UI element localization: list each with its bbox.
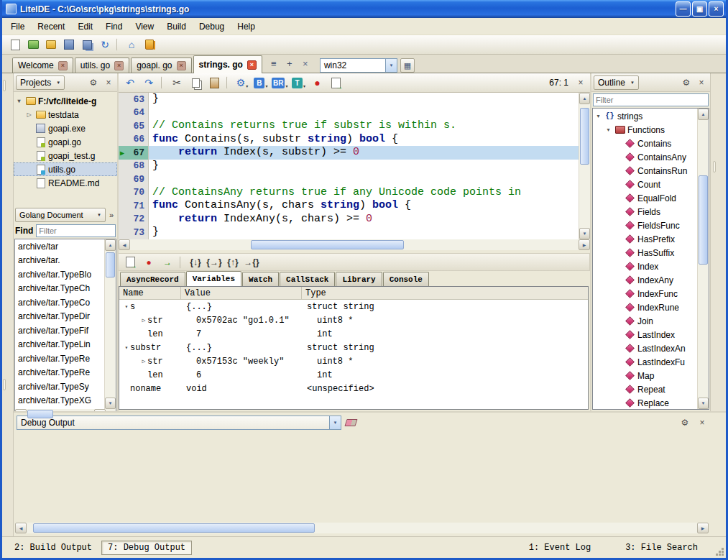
- code-line[interactable]: ▶ 67 return Index(s, substr) >= 0: [119, 146, 579, 160]
- panel-close-icon[interactable]: ×: [695, 76, 708, 89]
- outline-row[interactable]: Map: [593, 369, 697, 382]
- overflow-chevron-icon[interactable]: »: [107, 211, 116, 219]
- sidebar-tab-html-preview[interactable]: [713, 211, 714, 221]
- reload-file-icon[interactable]: ↻: [96, 37, 114, 53]
- run-file-icon[interactable]: [327, 75, 344, 91]
- menu-item[interactable]: Debug: [193, 19, 231, 35]
- close-editor-icon[interactable]: ×: [298, 57, 313, 71]
- home-icon[interactable]: ⌂: [123, 37, 140, 53]
- scroll-down-icon[interactable]: ▼: [579, 228, 590, 239]
- horizontal-scrollbar[interactable]: ◀ ▶: [15, 409, 106, 419]
- combo-arrow-icon[interactable]: ▼: [329, 416, 341, 429]
- symbol-list-item[interactable]: archive/tar.TypeLin: [15, 338, 104, 352]
- column-header-value[interactable]: Value: [181, 287, 302, 299]
- outline-row[interactable]: IndexAny: [593, 273, 697, 287]
- outline-row[interactable]: LastIndexFu: [593, 355, 697, 369]
- code-line[interactable]: ▶ 69: [119, 173, 579, 186]
- minimize-button[interactable]: —: [676, 1, 691, 17]
- run-to-line-icon[interactable]: →{}: [243, 254, 260, 270]
- variables-row[interactable]: ▾ s {...} struct string: [119, 300, 588, 313]
- symbol-list-item[interactable]: archive/tar: [15, 239, 104, 254]
- build-icon[interactable]: B▾: [252, 75, 269, 91]
- symbol-list-item[interactable]: archive/tar.TypeRe: [15, 352, 104, 366]
- output-horizontal-scrollbar[interactable]: ◀ ▶: [15, 523, 709, 533]
- separator[interactable]: [161, 76, 165, 89]
- outline-row[interactable]: EqualFold: [593, 191, 697, 205]
- symbol-list-item[interactable]: archive/tar.TypeDir: [15, 310, 104, 324]
- sidebar-tab-file-system[interactable]: [3, 468, 4, 478]
- code-line[interactable]: ▶ 64: [119, 106, 579, 120]
- line-number-gutter[interactable]: ▶ 65: [119, 119, 149, 133]
- symbol-list-item[interactable]: archive/tar.TypeXG: [15, 394, 104, 408]
- vertical-scrollbar[interactable]: ▲ ▼: [104, 239, 116, 409]
- continue-icon[interactable]: →: [159, 254, 176, 270]
- scroll-up-icon[interactable]: ▲: [105, 239, 116, 251]
- undo-icon[interactable]: ↶: [121, 75, 139, 91]
- outline-row[interactable]: HasSuffix: [593, 246, 697, 260]
- line-number-gutter[interactable]: ▶ 68: [119, 160, 149, 173]
- liteide-logo-icon[interactable]: [141, 37, 158, 53]
- variables-row[interactable]: len 6 int: [119, 368, 588, 382]
- stop-debug-icon[interactable]: ●: [140, 254, 157, 270]
- outline-row[interactable]: HasPrefix: [593, 232, 697, 246]
- record-icon[interactable]: ●: [308, 75, 326, 91]
- step-out-icon[interactable]: {↑}: [224, 254, 241, 270]
- clear-output-eraser-icon[interactable]: [344, 419, 357, 426]
- code-line[interactable]: ▶ 71 func ContainsAny(s, chars string) b…: [119, 199, 579, 213]
- outline-row[interactable]: IndexRune: [593, 300, 697, 314]
- menu-item[interactable]: Build: [160, 19, 193, 35]
- redo-icon[interactable]: ↷: [140, 75, 157, 91]
- outline-view-combo[interactable]: Outline ▼: [594, 75, 639, 90]
- symbol-list-item[interactable]: archive/tar.TypeSy: [15, 380, 104, 394]
- column-header-type[interactable]: Type: [302, 287, 588, 299]
- golang-document-combo[interactable]: Golang Document ▼: [15, 208, 106, 222]
- sidebar-tab-projects[interactable]: [3, 80, 6, 91]
- build-config-icon[interactable]: ⚙▾: [234, 75, 251, 91]
- scroll-thumb[interactable]: [106, 252, 115, 277]
- outline-row[interactable]: LastIndexAn: [593, 341, 697, 355]
- build-output-button[interactable]: 2: Build Output: [8, 541, 98, 555]
- tree-expander-icon[interactable]: ▾: [604, 127, 612, 133]
- scroll-thumb[interactable]: [27, 410, 53, 418]
- menu-item[interactable]: Recent: [31, 19, 71, 35]
- panel-menu-gear-icon[interactable]: ⚙: [87, 76, 100, 89]
- outline-row[interactable]: Replace: [593, 396, 697, 409]
- scroll-right-icon[interactable]: ▶: [697, 523, 709, 533]
- outline-row[interactable]: ContainsRun: [593, 164, 697, 178]
- debug-output-text[interactable]: [15, 432, 709, 521]
- code-line[interactable]: ▶ 72 return IndexAny(s, chars) >= 0: [119, 213, 579, 226]
- tab-close-icon[interactable]: ×: [177, 61, 186, 70]
- scroll-thumb[interactable]: [699, 175, 708, 265]
- line-number-gutter[interactable]: ▶ 67: [119, 146, 149, 160]
- symbol-list-item[interactable]: archive/tar.TypeFif: [15, 323, 104, 338]
- scroll-up-icon[interactable]: ▲: [579, 93, 590, 104]
- scroll-up-icon[interactable]: ▲: [698, 109, 709, 120]
- tab-list-icon[interactable]: ≡: [267, 57, 281, 71]
- line-number-gutter[interactable]: ▶ 71: [119, 199, 149, 213]
- outline-row[interactable]: Index: [593, 260, 697, 273]
- variables-row[interactable]: noname void <unspecified>: [119, 382, 588, 395]
- variables-row[interactable]: ▾ substr {...} struct string: [119, 341, 588, 354]
- separator[interactable]: [180, 256, 183, 269]
- scroll-down-icon[interactable]: ▼: [698, 398, 709, 409]
- maximize-button[interactable]: ▣: [692, 1, 707, 17]
- column-header-name[interactable]: Name: [119, 287, 181, 299]
- resize-grip[interactable]: [722, 554, 724, 556]
- build-run-icon[interactable]: BR▾: [271, 75, 288, 91]
- outline-row[interactable]: Count: [593, 178, 697, 191]
- editor-close-icon[interactable]: ×: [574, 76, 587, 89]
- separator[interactable]: [116, 38, 120, 51]
- tree-expander-icon[interactable]: ▾: [15, 98, 23, 104]
- outline-row[interactable]: Repeat: [593, 382, 697, 396]
- tab-strings-go[interactable]: strings. go ×: [193, 55, 262, 73]
- debug-tab-callstack[interactable]: CallStack: [280, 272, 335, 286]
- separator[interactable]: [226, 76, 230, 89]
- tab-close-icon[interactable]: ×: [114, 61, 124, 70]
- outline-vertical-scrollbar[interactable]: ▲ ▼: [697, 109, 709, 409]
- panel-menu-gear-icon[interactable]: ⚙: [678, 416, 691, 429]
- line-number-gutter[interactable]: ▶ 70: [119, 186, 149, 200]
- tree-item-goapi-exe[interactable]: goapi.exe: [14, 121, 117, 135]
- variables-row[interactable]: ▷ str 0x5702ac "go1.0.1" uint8 *: [119, 313, 588, 327]
- symbol-list-item[interactable]: archive/tar.TypeCo: [15, 295, 104, 310]
- line-number-gutter[interactable]: ▶ 66: [119, 133, 149, 147]
